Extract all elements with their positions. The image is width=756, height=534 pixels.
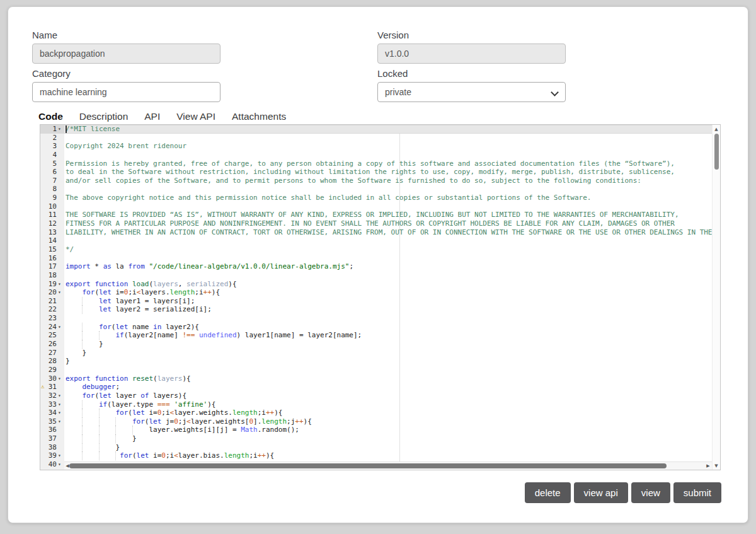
- code-line-text[interactable]: }: [64, 340, 712, 349]
- code-line-text[interactable]: [64, 366, 712, 374]
- tab-api[interactable]: API: [144, 111, 160, 122]
- code-line-text[interactable]: [64, 185, 712, 194]
- code-line[interactable]: 11THE SOFTWARE IS PROVIDED “AS IS”, WITH…: [40, 211, 712, 219]
- horizontal-scrollbar-thumb[interactable]: [69, 463, 667, 468]
- code-line[interactable]: 24▾ for(let name in layer2){: [40, 323, 712, 332]
- code-line[interactable]: 39▾ for(let i=0;i<layer.bias.length;i++)…: [40, 451, 712, 460]
- code-line-text[interactable]: to deal in the Software without restrict…: [64, 168, 712, 177]
- code-line-text[interactable]: */: [64, 245, 712, 254]
- code-line[interactable]: 10: [40, 202, 712, 211]
- code-line-text[interactable]: [64, 202, 712, 211]
- code-line-text[interactable]: for(let name in layer2){: [64, 323, 712, 332]
- version-input[interactable]: [377, 44, 566, 64]
- code-line-text[interactable]: }: [64, 434, 712, 443]
- code-line-text[interactable]: for(let j=0;j<layer.weights[0].length;j+…: [64, 417, 712, 426]
- code-line-text[interactable]: /*MIT license: [64, 125, 712, 134]
- scroll-right-arrow-icon[interactable]: ▶: [705, 462, 711, 470]
- code-line-text[interactable]: for(let i=0;i<layers.length;i++){: [64, 288, 712, 297]
- code-line[interactable]: 1▾/*MIT license: [40, 125, 712, 134]
- code-line-text[interactable]: export function reset(layers){: [64, 374, 712, 383]
- view-api-button[interactable]: view api: [574, 482, 628, 503]
- scroll-up-arrow-icon[interactable]: ▲: [713, 125, 720, 133]
- code-line-text[interactable]: [64, 254, 712, 263]
- scroll-down-arrow-icon[interactable]: ▼: [713, 461, 720, 470]
- code-line[interactable]: ⚠31 debugger;: [40, 383, 712, 392]
- code-line-text[interactable]: let layer1 = layers[i];: [64, 297, 712, 306]
- view-button[interactable]: view: [631, 482, 670, 503]
- code-line[interactable]: 2: [40, 134, 712, 142]
- code-line-text[interactable]: }: [64, 349, 712, 357]
- code-line[interactable]: 8: [40, 185, 712, 194]
- locked-select[interactable]: private: [377, 82, 566, 102]
- code-line-text[interactable]: for(let layer of layers){: [64, 392, 712, 400]
- code-line[interactable]: 37 }: [40, 434, 712, 443]
- code-line[interactable]: 36 layer.weights[i][j] = Math.random();: [40, 426, 712, 434]
- tab-description[interactable]: Description: [79, 111, 129, 122]
- fold-arrow-icon[interactable]: ▾: [57, 280, 64, 289]
- submit-button[interactable]: submit: [673, 482, 721, 503]
- fold-arrow-icon[interactable]: ▾: [57, 288, 64, 297]
- editor-viewport[interactable]: 1▾/*MIT license23Copyright 2024 brent ri…: [40, 125, 712, 470]
- code-line[interactable]: 7and/or sell copies of the Software, and…: [40, 177, 712, 185]
- code-line-text[interactable]: for(let i=0;i<layer.bias.length;i++){: [64, 451, 712, 460]
- fold-arrow-icon[interactable]: ▾: [57, 392, 64, 400]
- code-line[interactable]: 32▾ for(let layer of layers){: [40, 392, 712, 400]
- code-line[interactable]: 27 }: [40, 349, 712, 357]
- code-line-text[interactable]: if(layer.type === 'affine'){: [64, 400, 712, 409]
- code-line[interactable]: 34▾ for(let i=0;i<layer.weights.length;i…: [40, 409, 712, 417]
- code-line-text[interactable]: Copyright 2024 brent ridenour: [64, 142, 712, 151]
- code-line-text[interactable]: The above copyright notice and this perm…: [64, 194, 712, 202]
- fold-arrow-icon[interactable]: ▾: [57, 400, 64, 409]
- code-line-text[interactable]: [64, 151, 712, 160]
- tab-code[interactable]: Code: [38, 111, 63, 122]
- code-line[interactable]: 28}: [40, 357, 712, 366]
- code-line[interactable]: 33▾ if(layer.type === 'affine'){: [40, 400, 712, 409]
- fold-arrow-icon[interactable]: ▾: [57, 323, 64, 332]
- code-line-text[interactable]: Permission is hereby granted, free of ch…: [64, 160, 712, 168]
- code-line[interactable]: 26 }: [40, 340, 712, 349]
- code-line-text[interactable]: [64, 236, 712, 245]
- vertical-scrollbar-thumb[interactable]: [714, 134, 719, 170]
- horizontal-scrollbar[interactable]: ◀ ▶: [64, 461, 712, 470]
- code-line[interactable]: 18: [40, 271, 712, 280]
- code-line-text[interactable]: export function load(layers, serialized)…: [64, 280, 712, 289]
- code-line[interactable]: 29: [40, 366, 712, 374]
- code-line[interactable]: 3Copyright 2024 brent ridenour: [40, 142, 712, 151]
- code-line-text[interactable]: debugger;: [64, 383, 712, 392]
- code-line-text[interactable]: and/or sell copies of the Software, and …: [64, 177, 712, 185]
- code-line-text[interactable]: [64, 134, 712, 142]
- code-line-text[interactable]: for(let i=0;i<layer.weights.length;i++){: [64, 409, 712, 417]
- code-line[interactable]: 4: [40, 151, 712, 160]
- code-line[interactable]: 23: [40, 314, 712, 323]
- code-line[interactable]: 17import * as la from "/code/linear-alge…: [40, 262, 712, 271]
- code-line[interactable]: 9The above copyright notice and this per…: [40, 194, 712, 202]
- code-line[interactable]: 38 }: [40, 443, 712, 452]
- code-line-text[interactable]: }: [64, 357, 712, 366]
- code-line[interactable]: 25 if(layer2[name] !== undefined) layer1…: [40, 331, 712, 340]
- code-line-text[interactable]: LIABILITY, WHETHER IN AN ACTION OF CONTR…: [64, 228, 712, 237]
- code-line-text[interactable]: [64, 314, 712, 323]
- code-line-text[interactable]: import * as la from "/code/linear-algebr…: [64, 262, 712, 271]
- code-line[interactable]: 30▾export function reset(layers){: [40, 374, 712, 383]
- code-line-text[interactable]: THE SOFTWARE IS PROVIDED “AS IS”, WITHOU…: [64, 211, 712, 219]
- tab-attachments[interactable]: Attachments: [232, 111, 286, 122]
- code-editor[interactable]: 1▾/*MIT license23Copyright 2024 brent ri…: [40, 124, 721, 470]
- code-line[interactable]: 14: [40, 236, 712, 245]
- fold-arrow-icon[interactable]: ▾: [57, 374, 64, 383]
- code-line-text[interactable]: }: [64, 443, 712, 452]
- code-line-text[interactable]: FITNESS FOR A PARTICULAR PURPOSE AND NON…: [64, 219, 712, 228]
- code-line-text[interactable]: [64, 271, 712, 280]
- code-line[interactable]: 21 let layer1 = layers[i];: [40, 297, 712, 306]
- code-line-text[interactable]: let layer2 = serialized[i];: [64, 305, 712, 314]
- code-line[interactable]: 12FITNESS FOR A PARTICULAR PURPOSE AND N…: [40, 219, 712, 228]
- code-line[interactable]: 20▾ for(let i=0;i<layers.length;i++){: [40, 288, 712, 297]
- vertical-scrollbar[interactable]: ▲ ▼: [712, 125, 720, 470]
- fold-arrow-icon[interactable]: ▾: [57, 451, 64, 460]
- code-line[interactable]: 15*/: [40, 245, 712, 254]
- fold-arrow-icon[interactable]: ▾: [57, 125, 64, 134]
- code-line[interactable]: 6to deal in the Software without restric…: [40, 168, 712, 177]
- code-line[interactable]: 35▾ for(let j=0;j<layer.weights[0].lengt…: [40, 417, 712, 426]
- fold-arrow-icon[interactable]: ▾: [57, 409, 64, 417]
- code-line[interactable]: 19▾export function load(layers, serializ…: [40, 280, 712, 289]
- code-line[interactable]: 5Permission is hereby granted, free of c…: [40, 160, 712, 168]
